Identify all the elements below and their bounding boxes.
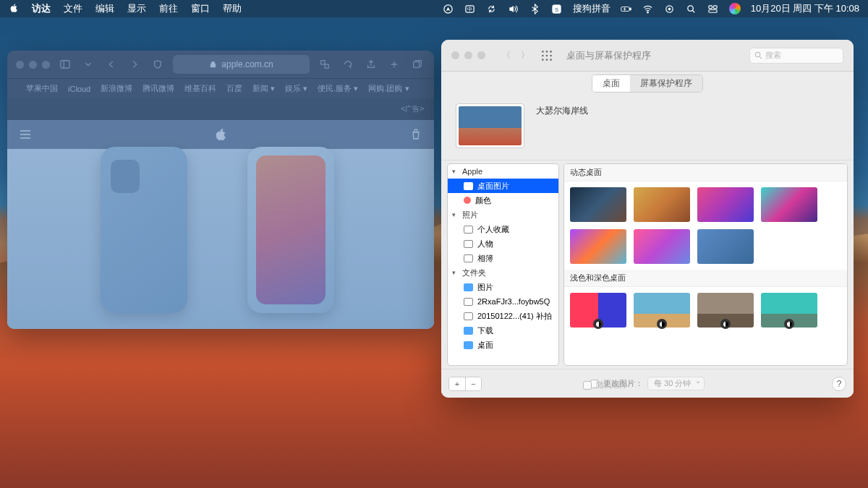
svg-point-28 (546, 51, 548, 53)
window-controls[interactable] (16, 61, 50, 69)
tab-desktop[interactable]: 桌面 (592, 75, 630, 92)
bookmark-item[interactable]: 新闻 ▾ (252, 83, 275, 94)
wallpaper-thumb[interactable] (634, 187, 690, 222)
sidebar-item-folder[interactable]: 桌面 (448, 338, 558, 352)
apple-logo-icon[interactable] (214, 128, 227, 141)
source-sidebar[interactable]: ▾Apple 桌面图片 颜色 ▾照片 个人收藏 人物 相簿 ▾文件夹 图片 2R… (447, 163, 559, 366)
url-bar[interactable]: apple.com.cn (173, 55, 310, 74)
sidebar-item-people[interactable]: 人物 (448, 236, 558, 251)
bag-icon[interactable] (409, 128, 422, 141)
input-method-name[interactable]: 搜狗拼音 (573, 2, 610, 15)
search-field[interactable]: 搜索 (749, 48, 843, 64)
sidebar-item-colors[interactable]: 颜色 (448, 193, 558, 207)
interval-select[interactable]: 每 30 分钟 (647, 377, 705, 390)
forward-button[interactable]: 〉 (517, 48, 533, 63)
spotlight-icon[interactable] (686, 3, 697, 14)
bookmark-item[interactable]: 腾讯微博 (142, 83, 174, 94)
bookmark-item[interactable]: iCloud (68, 85, 90, 93)
show-all-icon[interactable] (540, 49, 553, 62)
tab-screensaver[interactable]: 屏幕保护程序 (630, 75, 702, 92)
battery-icon[interactable] (621, 3, 632, 14)
reload-icon[interactable] (340, 56, 356, 72)
wallpaper-thumb[interactable] (634, 229, 690, 264)
wallpaper-thumb[interactable] (761, 187, 817, 222)
back-button[interactable]: 〈 (498, 48, 514, 63)
bookmark-item[interactable]: 维基百科 (184, 83, 216, 94)
wallpaper-thumb[interactable] (761, 293, 817, 328)
svg-point-27 (542, 51, 544, 53)
bluetooth-icon[interactable] (529, 3, 541, 14)
wallpaper-thumb[interactable] (570, 187, 626, 222)
wifi-icon[interactable] (642, 3, 654, 14)
sidebar-item-favorites[interactable]: 个人收藏 (448, 222, 558, 236)
compass-icon[interactable] (443, 3, 454, 14)
sidebar-item-folder[interactable]: 图片 (448, 280, 558, 294)
sync-icon[interactable] (486, 3, 498, 14)
svg-point-7 (647, 12, 649, 13)
wallpaper-thumb[interactable] (697, 187, 754, 222)
menu-go[interactable]: 前往 (159, 2, 178, 15)
svg-point-30 (542, 54, 544, 56)
bookmark-item[interactable]: 百度 (226, 83, 242, 94)
remove-folder-button[interactable]: − (465, 377, 481, 390)
bookmark-item[interactable]: 网购.团购 ▾ (368, 83, 409, 94)
menu-help[interactable]: 帮助 (223, 2, 242, 15)
sidebar-item-folder[interactable]: 20150122...(41) 补拍 (448, 309, 558, 323)
sidebar-item-desktop-pictures[interactable]: 桌面图片 (448, 179, 558, 193)
shield-icon[interactable] (150, 56, 166, 72)
current-wallpaper-name: 大瑟尔海岸线 (536, 103, 588, 117)
svg-point-36 (755, 52, 760, 56)
forward-icon[interactable] (127, 56, 142, 72)
bookmark-item[interactable]: 新浪微博 (101, 83, 132, 94)
share-icon[interactable] (363, 56, 379, 72)
control-center-icon[interactable] (707, 3, 719, 14)
sidebar-item-folder[interactable]: 下载 (448, 323, 558, 338)
svg-point-9 (668, 8, 671, 10)
menu-file[interactable]: 文件 (64, 2, 82, 15)
sidebar-item-albums[interactable]: 相簿 (448, 251, 558, 265)
sidebar-group-folders[interactable]: ▾文件夹 (448, 265, 558, 280)
active-app-name[interactable]: 访达 (32, 2, 51, 15)
svg-text:S: S (555, 6, 558, 12)
sidebar-group-apple[interactable]: ▾Apple (448, 164, 558, 179)
location-icon[interactable] (664, 3, 676, 14)
siri-icon[interactable] (729, 3, 741, 14)
bookmark-item[interactable]: 苹果中国 (26, 83, 58, 94)
random-order-checkbox[interactable] (583, 381, 592, 390)
sidebar-item-folder[interactable]: 2RxaFJr3...foybw5Q (448, 294, 558, 309)
search-icon (754, 51, 762, 59)
menu-view[interactable]: 显示 (127, 2, 146, 15)
sidebar-toggle-icon[interactable] (57, 56, 73, 72)
window-controls[interactable] (451, 51, 485, 59)
window-title: 桌面与屏幕保护程序 (566, 49, 651, 62)
translate-icon[interactable] (317, 56, 333, 72)
new-tab-icon[interactable] (386, 56, 402, 72)
wallpaper-thumb[interactable] (634, 293, 690, 328)
menu-edit[interactable]: 编辑 (95, 2, 114, 15)
hamburger-icon[interactable] (19, 128, 32, 141)
bookmark-item[interactable]: 娱乐 ▾ (285, 83, 307, 94)
bookmark-item[interactable]: 便民.服务 ▾ (318, 83, 358, 94)
tabs-icon[interactable] (409, 56, 425, 72)
help-button[interactable]: ? (832, 377, 846, 391)
wallpaper-thumb[interactable] (570, 229, 626, 264)
wallpaper-grid[interactable]: 动态桌面 浅色和深色桌面 (563, 163, 848, 366)
wallpaper-thumb[interactable] (697, 293, 754, 328)
volume-icon[interactable] (508, 3, 519, 14)
wallpaper-thumb[interactable] (570, 293, 626, 328)
clock-datetime[interactable]: 10月20日 周四 下午 10:08 (751, 2, 859, 15)
sogou-icon[interactable]: S (551, 3, 563, 14)
wallpaper-thumb[interactable] (697, 229, 754, 264)
svg-point-32 (550, 54, 552, 56)
input-indicator-icon[interactable]: 中 (464, 3, 476, 14)
sidebar-group-photos[interactable]: ▾照片 (448, 207, 558, 222)
apple-menu-icon[interactable] (9, 3, 19, 15)
svg-point-33 (542, 59, 544, 61)
menu-window[interactable]: 窗口 (191, 2, 210, 15)
current-wallpaper-preview (456, 103, 524, 148)
back-icon[interactable] (103, 56, 119, 72)
web-content: <广告> (7, 98, 434, 329)
chevron-down-icon[interactable] (80, 56, 96, 72)
ad-label: <广告> (401, 104, 424, 114)
add-folder-button[interactable]: + (449, 377, 465, 390)
